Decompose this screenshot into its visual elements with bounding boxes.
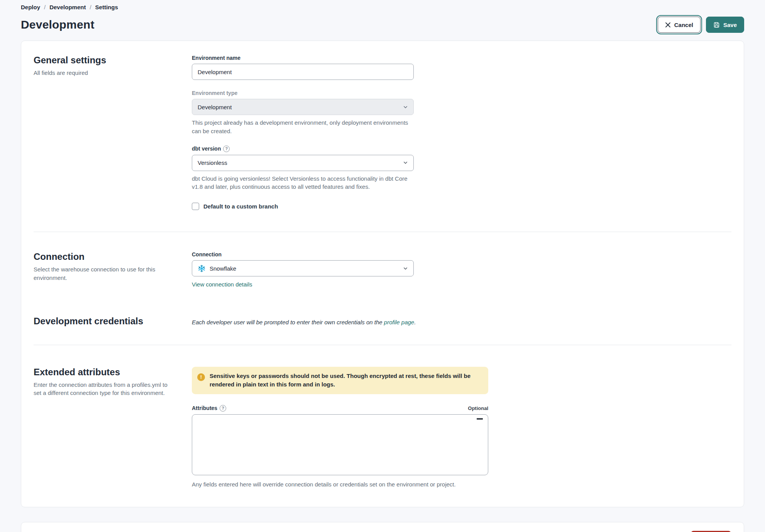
breadcrumb: Deploy / Development / Settings bbox=[21, 4, 744, 10]
sensitive-keys-warning: ! Sensitive keys or passwords should not… bbox=[192, 367, 488, 394]
attributes-help: Any fields entered here will override co… bbox=[192, 480, 488, 489]
extended-attributes-heading: Extended attributes bbox=[34, 367, 192, 378]
settings-card: General settings All fields are required… bbox=[21, 41, 744, 507]
help-icon[interactable]: ? bbox=[223, 146, 230, 152]
cancel-button[interactable]: Cancel bbox=[658, 17, 701, 33]
environment-type-label: Environment type bbox=[192, 90, 414, 96]
general-settings-fields: Environment name Environment type Develo… bbox=[192, 55, 731, 210]
page-title: Development bbox=[21, 18, 95, 31]
view-connection-details-link[interactable]: View connection details bbox=[192, 281, 252, 288]
general-settings-intro: General settings All fields are required bbox=[34, 55, 192, 77]
save-button-label: Save bbox=[723, 22, 737, 28]
environment-type-select: Development bbox=[192, 99, 414, 115]
save-icon bbox=[713, 22, 720, 28]
chevron-down-icon bbox=[403, 105, 408, 110]
credentials-intro: Development credentials bbox=[34, 316, 192, 327]
connection-value: Snowflake bbox=[210, 265, 236, 272]
cancel-button-label: Cancel bbox=[674, 22, 693, 28]
warning-text: Sensitive keys or passwords should not b… bbox=[210, 373, 471, 388]
breadcrumb-deploy[interactable]: Deploy bbox=[21, 4, 40, 10]
environment-name-input[interactable] bbox=[192, 64, 414, 80]
attributes-label-text: Attributes bbox=[192, 405, 217, 411]
breadcrumb-settings: Settings bbox=[95, 4, 118, 10]
warning-icon: ! bbox=[197, 373, 205, 381]
connection-select[interactable]: Snowflake bbox=[192, 260, 414, 276]
credentials-content: Each developer user will be prompted to … bbox=[192, 316, 731, 327]
custom-branch-checkbox-row[interactable]: Default to a custom branch bbox=[192, 203, 731, 210]
custom-branch-checkbox[interactable] bbox=[192, 203, 199, 210]
breadcrumb-development[interactable]: Development bbox=[49, 4, 86, 10]
extended-attributes-section: Extended attributes Enter the connection… bbox=[34, 367, 731, 489]
section-divider bbox=[34, 345, 731, 345]
attributes-textarea[interactable] bbox=[192, 414, 488, 475]
breadcrumb-separator: / bbox=[44, 4, 46, 10]
development-credentials-heading: Development credentials bbox=[34, 316, 192, 327]
header-actions: Cancel Save bbox=[658, 17, 744, 33]
dbt-version-select[interactable]: Versionless bbox=[192, 155, 414, 171]
attributes-editor bbox=[192, 414, 488, 477]
connection-intro: Connection Select the warehouse connecti… bbox=[34, 251, 192, 282]
environment-name-label: Environment name bbox=[192, 55, 414, 61]
collapse-icon[interactable] bbox=[477, 418, 483, 420]
attributes-label: Attributes ? bbox=[192, 405, 226, 412]
dbt-version-field-group: dbt version ? Versionless dbt Cloud is g… bbox=[192, 146, 414, 191]
extended-attributes-intro: Extended attributes Enter the connection… bbox=[34, 367, 192, 398]
chevron-down-icon bbox=[403, 160, 408, 165]
development-credentials-section: Development credentials Each developer u… bbox=[34, 316, 731, 327]
connection-fields: Connection Snowflake bbox=[192, 251, 731, 288]
general-settings-section: General settings All fields are required… bbox=[34, 55, 731, 210]
attributes-header-row: Attributes ? Optional bbox=[192, 405, 488, 412]
connection-label: Connection bbox=[192, 251, 414, 258]
credentials-note-period: . bbox=[414, 319, 416, 325]
custom-branch-label: Default to a custom branch bbox=[203, 203, 278, 210]
dbt-version-label: dbt version ? bbox=[192, 146, 414, 152]
dbt-version-help: dbt Cloud is going versionless! Select V… bbox=[192, 175, 414, 191]
dbt-version-label-text: dbt version bbox=[192, 146, 221, 152]
connection-section: Connection Select the warehouse connecti… bbox=[34, 251, 731, 288]
chevron-down-icon bbox=[403, 266, 408, 271]
environment-type-value: Development bbox=[198, 104, 232, 110]
general-settings-subheading: All fields are required bbox=[34, 69, 173, 77]
snowflake-icon bbox=[198, 264, 206, 273]
general-settings-heading: General settings bbox=[34, 55, 192, 66]
save-button[interactable]: Save bbox=[706, 17, 744, 33]
breadcrumb-separator: / bbox=[90, 4, 91, 10]
profile-page-link[interactable]: profile page bbox=[384, 319, 414, 325]
page-header: Development Cancel Save bbox=[21, 17, 744, 33]
extended-attributes-content: ! Sensitive keys or passwords should not… bbox=[192, 367, 731, 489]
help-icon[interactable]: ? bbox=[220, 405, 226, 412]
environment-type-field-group: Environment type Development This projec… bbox=[192, 90, 414, 136]
connection-subheading: Select the warehouse connection to use f… bbox=[34, 265, 173, 282]
credentials-note: Each developer user will be prompted to … bbox=[192, 318, 731, 327]
section-divider bbox=[34, 232, 731, 232]
connection-field-group: Connection Snowflake bbox=[192, 251, 414, 288]
delete-environment-card: Click the button below to delete this en… bbox=[21, 522, 744, 532]
top-bar: Deploy / Development / Settings Developm… bbox=[0, 0, 765, 33]
dbt-version-value: Versionless bbox=[198, 159, 227, 166]
connection-heading: Connection bbox=[34, 251, 192, 262]
credentials-note-text: Each developer user will be prompted to … bbox=[192, 319, 384, 325]
optional-badge: Optional bbox=[468, 405, 488, 411]
environment-name-field-group: Environment name bbox=[192, 55, 414, 80]
close-icon bbox=[665, 22, 671, 28]
environment-type-help: This project already has a development e… bbox=[192, 119, 414, 136]
extended-attributes-subheading: Enter the connection attributes from a p… bbox=[34, 381, 173, 398]
